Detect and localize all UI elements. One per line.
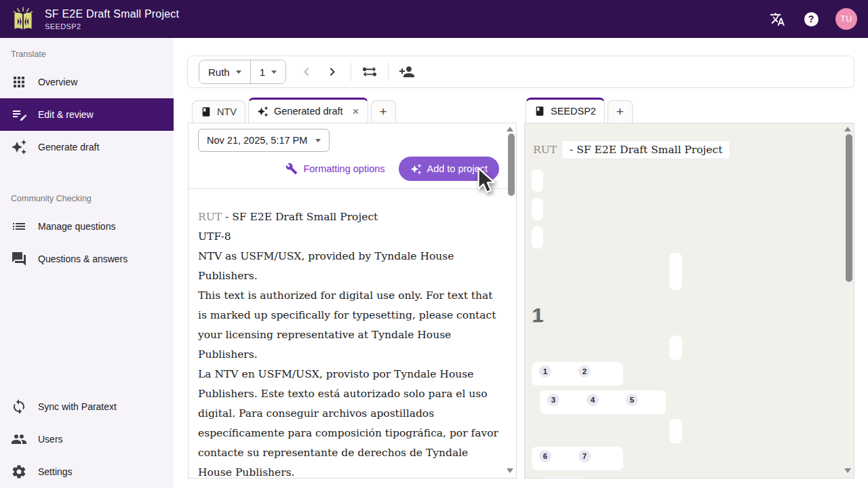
chevron-down-icon (315, 139, 321, 142)
tab-label: Generated draft (274, 106, 343, 117)
tab-label: SEEDSP2 (551, 106, 596, 117)
swap-arrows-icon (361, 64, 378, 80)
verse-row[interactable]: 3 4 5 (540, 390, 666, 414)
sidebar-item-edit-review[interactable]: Edit & review (0, 98, 174, 131)
book-select[interactable]: Ruth (199, 60, 250, 83)
draft-pane: NTV Generated draft × + Nov 21, 2025, 5:… (188, 98, 517, 479)
close-icon[interactable]: × (353, 106, 359, 117)
tab-generated-draft[interactable]: Generated draft × (248, 98, 368, 123)
share-add-person-button[interactable] (399, 64, 415, 80)
empty-segment[interactable] (669, 253, 682, 290)
verse-chip: 3 (547, 394, 559, 406)
swap-source-target-button[interactable] (361, 64, 378, 80)
paragraph: La NTV en USFM/USX, provisto por Tyndale… (198, 365, 500, 479)
sidebar-section-translate: Translate (0, 38, 174, 66)
edit-note-icon (11, 106, 27, 123)
sidebar-item-label: Manage questions (38, 221, 115, 232)
sidebar-section-community-checking: Community Checking (0, 163, 174, 210)
scrollbar-down-arrow[interactable] (507, 468, 513, 473)
book-chapter-selector: Ruth 1 (199, 60, 286, 84)
empty-segment[interactable] (532, 169, 543, 192)
sync-icon (11, 399, 27, 415)
draft-date-value: Nov 21, 2025, 5:17 PM (207, 135, 307, 146)
chevron-left-icon (298, 64, 315, 80)
scrollbar-thumb[interactable] (508, 134, 515, 196)
page-title: SF E2E Draft Small Project (45, 8, 179, 20)
verse-chip: 6 (539, 450, 551, 462)
tab-seedsp2[interactable]: SEEDSP2 (526, 98, 605, 123)
tab-ntv[interactable]: NTV (192, 100, 245, 123)
verse-chip: 7 (578, 450, 591, 462)
formatting-options-label: Formatting options (303, 163, 384, 174)
verse-chip: 5 (626, 394, 638, 406)
book-title-line: RUT - SF E2E Draft Small Project (198, 207, 500, 227)
paragraph: This text is authorized for digital use … (198, 286, 500, 365)
sparkle-icon (257, 106, 269, 117)
sidebar-item-label: Generate draft (38, 142, 99, 152)
sidebar-item-users[interactable]: Users (0, 423, 174, 455)
empty-segment[interactable] (669, 419, 682, 443)
translate-language-icon[interactable] (769, 11, 785, 27)
sidebar: Translate Overview Edit & review Generat… (0, 38, 174, 488)
project-shortname: SEEDSP2 (45, 22, 179, 30)
help-icon[interactable]: ? (803, 11, 819, 27)
sidebar-item-label: Questions & answers (38, 253, 127, 264)
people-icon (11, 431, 27, 447)
scrollbar-up-arrow[interactable] (507, 127, 513, 131)
formatting-options-link[interactable]: Formatting options (285, 163, 384, 175)
sidebar-item-questions-answers[interactable]: Questions & answers (0, 243, 174, 275)
target-pane: SEEDSP2 + RUT - SF E2E Draft Small Proje… (524, 98, 854, 479)
sidebar-item-sync-paratext[interactable]: Sync with Paratext (0, 390, 174, 423)
target-pane-body: RUT - SF E2E Draft Small Project 1 1 2 3… (524, 123, 854, 479)
chevron-down-icon (271, 70, 277, 74)
sidebar-item-settings[interactable]: Settings (0, 455, 174, 488)
empty-segment[interactable] (669, 336, 682, 360)
scrollbar-up-arrow[interactable] (844, 127, 851, 131)
paragraph: NTV as USFM/USX, provided by Tyndale Hou… (198, 247, 500, 286)
verse-row[interactable]: 6 7 (532, 447, 623, 470)
chapter-select[interactable]: 1 (251, 60, 285, 83)
book-select-value: Ruth (208, 66, 230, 78)
empty-segment[interactable] (532, 198, 543, 220)
chapter-toolbar: Ruth 1 (187, 56, 854, 88)
previous-chapter-button[interactable] (298, 64, 315, 80)
verse-chip: 4 (587, 394, 599, 406)
draft-text[interactable]: RUT - SF E2E Draft Small Project UTF-8 N… (198, 207, 500, 479)
scrollbar-down-arrow[interactable] (844, 468, 851, 473)
add-tab-button[interactable]: + (371, 100, 396, 123)
target-book-title-line: RUT - SF E2E Draft Small Project (533, 141, 730, 159)
empty-segment[interactable] (532, 226, 543, 249)
list-icon (11, 218, 27, 235)
book-icon (201, 106, 212, 117)
draft-date-select[interactable]: Nov 21, 2025, 5:17 PM (198, 129, 330, 152)
verse-row[interactable] (540, 477, 588, 479)
sidebar-item-label: Edit & review (38, 109, 94, 120)
verse-row[interactable]: 1 2 (532, 362, 623, 386)
tab-label: NTV (217, 106, 237, 117)
sidebar-item-manage-questions[interactable]: Manage questions (0, 210, 174, 243)
add-tab-button[interactable]: + (608, 100, 633, 123)
book-icon (534, 106, 545, 117)
book-title-segment[interactable]: - SF E2E Draft Small Project (562, 141, 730, 159)
verse-chip: 1 (539, 365, 551, 378)
add-to-project-label: Add to project (427, 163, 488, 174)
forum-icon (11, 251, 27, 267)
add-to-project-button[interactable]: Add to project (399, 157, 499, 181)
sidebar-item-label: Users (38, 434, 63, 445)
wrench-icon (285, 163, 298, 175)
next-chapter-button[interactable] (324, 64, 340, 80)
draft-pane-tabs: NTV Generated draft × + (188, 98, 517, 123)
chapter-select-value: 1 (260, 66, 265, 78)
book-ref: RUT (533, 144, 557, 156)
book-ref: RUT (198, 211, 222, 223)
sidebar-item-label: Settings (38, 466, 73, 477)
user-avatar[interactable]: TU (835, 8, 857, 30)
draft-pane-body: Nov 21, 2025, 5:17 PM Formatting options… (188, 123, 517, 479)
chapter-number: 1 (532, 304, 544, 327)
sparkle-icon (410, 163, 422, 175)
scrollbar-thumb[interactable] (846, 134, 852, 282)
sidebar-item-overview[interactable]: Overview (0, 66, 174, 98)
sidebar-item-generate-draft[interactable]: Generate draft (0, 131, 174, 163)
verse-chip: 2 (578, 365, 591, 378)
chevron-down-icon (236, 70, 241, 74)
